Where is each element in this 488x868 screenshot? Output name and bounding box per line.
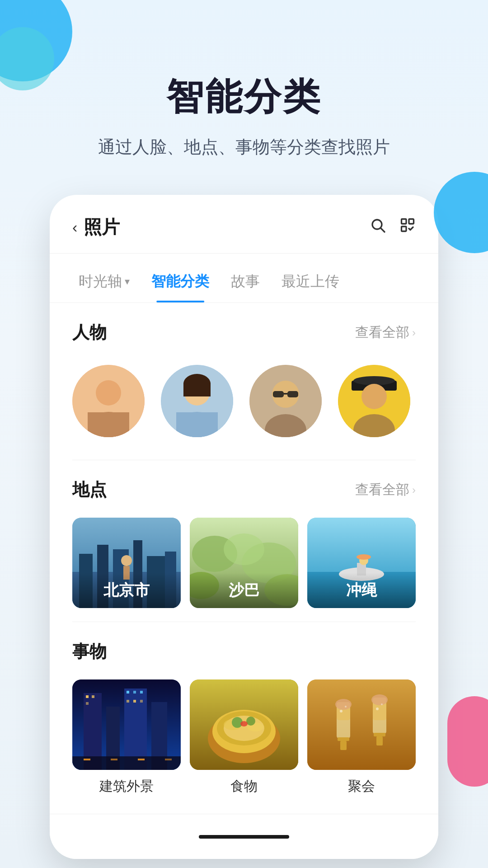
people-view-all-button[interactable]: 查看全部 › — [355, 323, 416, 342]
things-grid: 建筑外景 — [72, 679, 416, 796]
tab-recent[interactable]: 最近上传 — [271, 264, 350, 302]
home-indicator — [199, 835, 289, 839]
svg-rect-61 — [140, 700, 143, 703]
svg-point-87 — [371, 694, 388, 705]
dropdown-arrow-icon: ▾ — [125, 276, 130, 288]
thing-card-architecture[interactable]: 建筑外景 — [72, 679, 181, 796]
phone-wrapper: ‹ 照片 — [0, 195, 488, 859]
svg-point-91 — [381, 703, 383, 705]
person-avatar-3[interactable] — [249, 365, 322, 437]
person-avatar-1[interactable] — [72, 365, 145, 437]
thing-label-architecture: 建筑外景 — [72, 777, 181, 796]
location-card-saba[interactable]: 沙巴 — [190, 518, 298, 608]
svg-point-90 — [376, 708, 379, 710]
location-view-all-label: 查看全部 — [355, 481, 409, 499]
svg-rect-54 — [92, 695, 94, 698]
svg-rect-53 — [86, 695, 89, 698]
people-view-all-label: 查看全部 — [355, 323, 409, 342]
decorative-blob-bottom-right — [447, 696, 488, 787]
tab-timeline-label: 时光轴 — [79, 272, 122, 292]
svg-rect-60 — [133, 700, 136, 703]
svg-rect-8 — [88, 412, 129, 437]
svg-point-34 — [121, 555, 132, 566]
svg-rect-77 — [307, 679, 416, 770]
phone-header: ‹ 照片 — [50, 195, 438, 254]
thing-card-food[interactable]: 食物 — [190, 679, 298, 796]
thing-card-gathering[interactable]: 聚会 — [307, 679, 416, 796]
location-card-beijing[interactable]: 北京市 — [72, 518, 181, 608]
svg-rect-64 — [111, 759, 117, 760]
svg-rect-63 — [84, 759, 90, 760]
svg-point-6 — [96, 380, 121, 406]
svg-line-1 — [381, 228, 385, 232]
things-section: 事物 — [50, 622, 438, 814]
header-left: ‹ 照片 — [72, 215, 120, 240]
tab-smart-classify[interactable]: 智能分类 — [141, 264, 220, 302]
location-section-title: 地点 — [72, 478, 107, 501]
svg-point-76 — [240, 721, 248, 726]
location-view-all-arrow-icon: › — [412, 484, 416, 496]
svg-point-89 — [345, 706, 347, 708]
back-button[interactable]: ‹ — [72, 218, 77, 236]
svg-rect-4 — [402, 226, 407, 231]
svg-point-88 — [340, 710, 343, 712]
person-avatar-2[interactable] — [161, 365, 233, 437]
things-section-title: 事物 — [72, 640, 107, 663]
svg-rect-57 — [133, 691, 136, 693]
thing-label-food: 食物 — [190, 777, 298, 796]
tab-smart-label: 智能分类 — [151, 273, 209, 289]
svg-rect-85 — [376, 736, 383, 745]
location-section-header: 地点 查看全部 › — [72, 478, 416, 501]
location-grid: 北京市 — [72, 518, 416, 608]
svg-rect-58 — [140, 691, 143, 693]
svg-rect-80 — [338, 737, 349, 741]
svg-rect-59 — [127, 700, 129, 703]
select-icon[interactable] — [399, 217, 416, 237]
svg-rect-19 — [287, 391, 298, 397]
location-card-okinawa[interactable]: 冲绳 — [307, 518, 416, 608]
people-section: 人物 查看全部 › — [50, 303, 438, 460]
location-section: 地点 查看全部 › — [50, 460, 438, 622]
svg-rect-56 — [127, 691, 129, 693]
tab-story[interactable]: 故事 — [220, 264, 271, 302]
svg-rect-3 — [409, 219, 414, 224]
people-section-header: 人物 查看全部 › — [72, 321, 416, 344]
svg-point-24 — [361, 384, 387, 409]
people-view-all-arrow-icon: › — [412, 326, 416, 339]
tab-recent-label: 最近上传 — [282, 273, 339, 289]
svg-rect-2 — [402, 219, 407, 224]
svg-rect-66 — [165, 759, 172, 760]
svg-point-75 — [246, 717, 255, 726]
hero-subtitle: 通过人脸、地点、事物等分类查找照片 — [0, 136, 488, 159]
svg-rect-65 — [138, 759, 145, 760]
svg-point-39 — [224, 533, 264, 565]
header-icons — [370, 217, 416, 237]
svg-rect-81 — [340, 741, 347, 750]
people-avatar-row — [72, 360, 416, 446]
thing-label-gathering: 聚会 — [307, 777, 416, 796]
tab-bar: 时光轴 ▾ 智能分类 故事 最近上传 — [50, 254, 438, 303]
svg-rect-55 — [86, 702, 89, 705]
phone-mockup: ‹ 照片 — [50, 195, 438, 859]
tab-story-label: 故事 — [231, 273, 260, 289]
svg-rect-84 — [374, 733, 385, 736]
svg-rect-62 — [72, 756, 181, 770]
location-label-okinawa: 冲绳 — [307, 573, 416, 608]
location-label-beijing: 北京市 — [72, 573, 181, 608]
svg-point-47 — [357, 554, 371, 560]
hero-title: 智能分类 — [0, 72, 488, 122]
location-view-all-button[interactable]: 查看全部 › — [355, 481, 416, 499]
bottom-nav — [50, 814, 438, 859]
search-icon[interactable] — [370, 217, 386, 237]
location-label-saba: 沙巴 — [190, 573, 298, 608]
hero-section: 智能分类 通过人脸、地点、事物等分类查找照片 — [0, 0, 488, 195]
header-title: 照片 — [84, 215, 120, 240]
svg-rect-18 — [273, 391, 284, 397]
person-avatar-4[interactable] — [338, 365, 410, 437]
people-section-title: 人物 — [72, 321, 107, 344]
tab-timeline[interactable]: 时光轴 ▾ — [68, 264, 141, 302]
svg-rect-14 — [183, 383, 211, 396]
svg-point-86 — [335, 699, 352, 710]
svg-rect-12 — [176, 412, 218, 437]
things-section-header: 事物 — [72, 640, 416, 663]
